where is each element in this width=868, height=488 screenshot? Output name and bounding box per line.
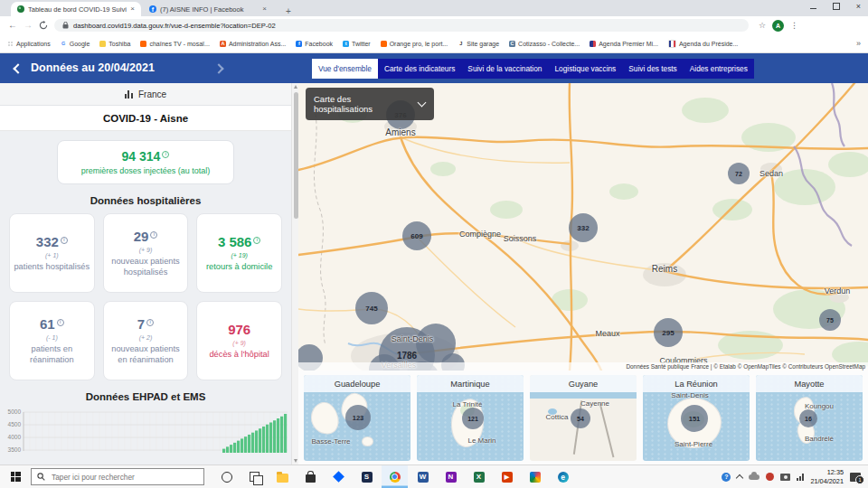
excel-taskbar-button[interactable]: X — [466, 465, 492, 488]
territory-city-label: Koungou — [805, 402, 834, 410]
territory-card-martinique[interactable]: La TrinitéLe Marin121Martinique — [417, 375, 524, 461]
task-view-taskbar-button[interactable] — [241, 465, 268, 488]
info-icon[interactable]: i — [150, 231, 157, 239]
info-icon[interactable]: i — [61, 237, 68, 244]
chrome-taskbar-button[interactable] — [382, 465, 408, 488]
scroll-up-icon[interactable] — [294, 85, 297, 89]
bookmark-label: Administration Ass... — [229, 41, 286, 47]
bookmark-label: Applications — [16, 41, 51, 47]
taskbar-clock[interactable]: 12:35 21/04/2021 — [810, 468, 844, 485]
region-selector[interactable]: France — [0, 83, 291, 106]
island-shape — [362, 436, 373, 446]
territory-city-label: Saint-Pierre — [675, 440, 712, 448]
start-button[interactable] — [0, 465, 31, 488]
bookmark-label: Cotizasso - Collecte... — [518, 41, 580, 47]
nav-tab-vue-d-ensemble[interactable]: Vue d'ensemble — [312, 59, 378, 79]
territory-card-guadeloupe[interactable]: Basse-Terre123Guadeloupe — [304, 375, 410, 461]
onenote-taskbar-button[interactable]: N — [438, 465, 464, 488]
taskbar-search[interactable] — [31, 468, 204, 485]
nav-tab-aides-entreprises[interactable]: Aides entreprises — [684, 59, 754, 79]
bookmark-label: Orange pro, le port... — [390, 41, 448, 47]
back-icon[interactable]: ← — [8, 21, 17, 30]
previous-day-icon[interactable] — [13, 63, 23, 73]
padlock-icon — [62, 22, 69, 29]
stat-delta: (+ 2) — [139, 334, 153, 341]
browser-tab[interactable]: f(7) AISNE INFO | Facebook× — [143, 2, 273, 16]
cortana-taskbar-button[interactable] — [213, 465, 240, 488]
bookmark-item[interactable]: tTwitter — [343, 41, 371, 47]
search-input[interactable] — [50, 472, 189, 483]
system-tray: ? 12:35 21/04/2021 — [722, 468, 868, 485]
bookmark-item[interactable]: Toshiba — [99, 41, 130, 47]
avatar[interactable]: A — [772, 20, 784, 32]
word-taskbar-button[interactable]: W — [410, 465, 436, 488]
close-icon[interactable]: × — [856, 2, 861, 11]
reload-icon[interactable] — [39, 21, 48, 30]
info-icon[interactable]: i — [57, 319, 64, 326]
nav-tab-suivi-de-la-vaccination[interactable]: Suivi de la vaccination — [461, 59, 548, 79]
stat-card: 7i(+ 2)nouveaux patients en réanimation — [103, 301, 189, 380]
notifications-icon[interactable] — [850, 473, 861, 482]
tab-close-icon[interactable]: × — [130, 5, 135, 13]
nav-tab-logistique-vaccins[interactable]: Logistique vaccins — [548, 59, 622, 79]
s-app-taskbar-button[interactable]: S — [354, 465, 380, 488]
bookmark-item[interactable]: chaînes TV - mosaï... — [140, 41, 209, 47]
bookmark-item[interactable]: JSite garage — [458, 41, 499, 47]
nav-tab-suivi-des-tests[interactable]: Suivi des tests — [622, 59, 684, 79]
bookmark-item[interactable]: GGoogle — [61, 41, 90, 47]
bookmark-item[interactable]: Agenda du Préside... — [668, 40, 738, 48]
media-app-taskbar-button[interactable]: ▶ — [494, 465, 520, 488]
tray-expand-icon[interactable] — [736, 474, 743, 482]
map-city-label: Saint-Denis — [392, 334, 434, 343]
browser-menu-icon[interactable]: ⋮ — [790, 21, 798, 30]
network-icon[interactable] — [797, 474, 804, 481]
vaccine-label: premières doses injectées (au total) — [63, 166, 228, 176]
territory-title: Guadeloupe — [304, 375, 410, 392]
bookmark-label: chaînes TV - mosaï... — [149, 41, 209, 47]
recorder-icon[interactable] — [766, 473, 774, 481]
tab-title: Tableau de bord COVID-19 Suivi — [28, 5, 127, 14]
gov-badge-icon — [590, 41, 596, 47]
onedrive-icon[interactable] — [749, 474, 760, 480]
dropbox-taskbar-button[interactable] — [326, 465, 352, 488]
url-field[interactable]: dashboard.covid19.data.gouv.fr/vue-d-ens… — [54, 19, 749, 32]
forward-icon[interactable]: → — [24, 21, 33, 30]
hospitalisations-map[interactable]: AmiensSedanCompiègneSoissonsReimsVerdunM… — [298, 83, 868, 371]
map-layer-dropdown[interactable]: Carte des hospitalisations — [306, 88, 434, 120]
nav-tab-carte-des-indicateurs[interactable]: Carte des indicateurs — [378, 59, 461, 79]
help-icon[interactable]: ? — [722, 473, 731, 482]
new-tab-button[interactable]: + — [280, 6, 297, 16]
edge-taskbar-button[interactable]: e — [550, 465, 576, 488]
maximize-icon[interactable] — [833, 3, 840, 10]
map-bubble: 151 — [681, 405, 708, 432]
bookmark-item[interactable]: CCotizasso - Collecte... — [509, 41, 580, 47]
scrollbar-thumb[interactable] — [294, 92, 298, 219]
bookmark-star-icon[interactable]: ☆ — [759, 21, 766, 30]
svg-text:5000: 5000 — [8, 409, 22, 415]
info-icon[interactable]: i — [162, 151, 169, 158]
bookmark-item[interactable]: Applications — [7, 41, 51, 47]
bookmarks-overflow-icon[interactable]: » — [856, 39, 861, 48]
minimize-icon[interactable] — [810, 4, 816, 9]
scroll-down-icon[interactable] — [294, 459, 297, 463]
stat-value: 61i — [40, 316, 64, 332]
store-taskbar-button[interactable] — [297, 465, 324, 488]
bookmark-item[interactable]: fFacebook — [296, 41, 333, 47]
store-icon — [306, 474, 316, 483]
sidebar-scrollbar[interactable] — [291, 83, 298, 465]
bookmark-item[interactable]: AAdministration Ass... — [220, 41, 286, 47]
info-icon[interactable]: i — [146, 319, 154, 326]
territory-card-mayotte[interactable]: KoungouBandrélé16Mayotte — [756, 375, 863, 461]
browser-tab[interactable]: Tableau de bord COVID-19 Suivi× — [11, 2, 141, 16]
info-icon[interactable]: i — [253, 237, 260, 244]
territory-card-guyane[interactable]: CayenneCottica54Guyane — [530, 375, 637, 461]
territory-card-reunion[interactable]: Saint-DenisSaint-Pierre151La Réunion — [643, 375, 750, 461]
photos-taskbar-button[interactable] — [522, 465, 548, 488]
tab-title: (7) AISNE INFO | Facebook — [160, 5, 259, 14]
bookmark-item[interactable]: Agenda Premier Mi... — [590, 41, 658, 47]
bookmark-item[interactable]: Orange pro, le port... — [381, 41, 448, 47]
file-explorer-taskbar-button[interactable] — [269, 465, 296, 488]
next-day-icon[interactable] — [213, 63, 223, 73]
tab-close-icon[interactable]: × — [262, 5, 267, 13]
camera-icon[interactable] — [780, 474, 790, 481]
